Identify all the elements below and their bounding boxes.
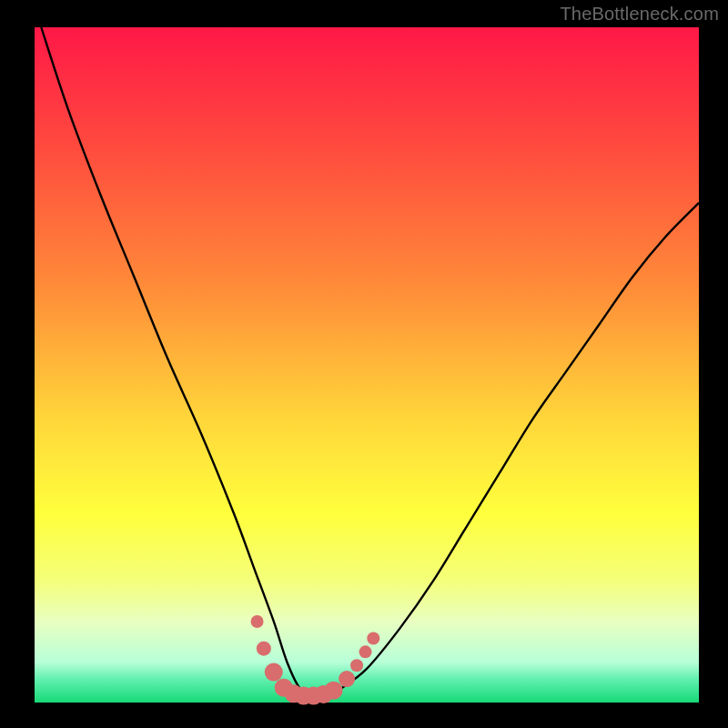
marker-point [265, 663, 283, 682]
marker-point [325, 682, 343, 700]
marker-point [367, 632, 379, 645]
marker-point [339, 671, 355, 687]
marker-point [359, 645, 372, 658]
chart-frame: TheBottleneck.com [0, 0, 728, 728]
marker-point [257, 642, 271, 656]
bottleneck-chart [0, 0, 728, 728]
marker-point [350, 659, 363, 672]
marker-point [251, 615, 264, 628]
plot-background [35, 27, 699, 703]
